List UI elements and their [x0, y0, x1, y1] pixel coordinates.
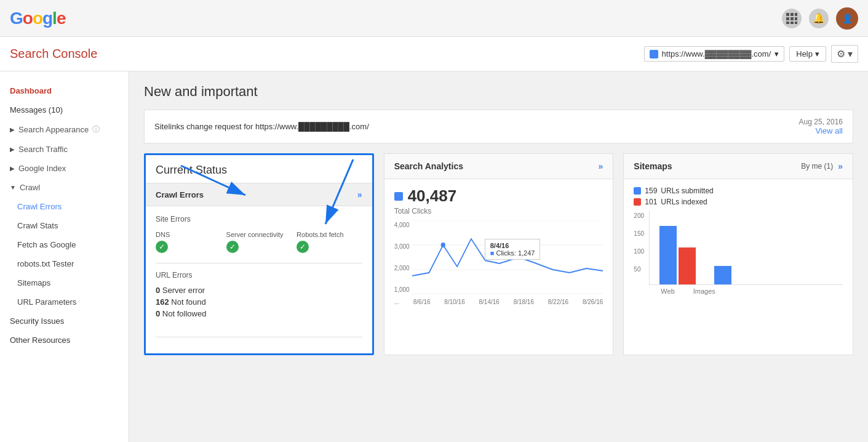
metric-dot	[394, 192, 403, 201]
site-errors-label: Site Errors	[156, 215, 362, 223]
svg-rect-6	[786, 22, 789, 24]
triangle-icon: ▶	[10, 165, 15, 172]
submitted-dot	[634, 187, 641, 195]
sitemaps-header-right: By me (1) »	[801, 161, 843, 171]
analytics-header: Search Analytics »	[384, 154, 613, 179]
sidebar-item-crawl-errors[interactable]: Crawl Errors	[0, 197, 129, 216]
sidebar-item-fetch-as-google[interactable]: Fetch as Google	[0, 235, 129, 254]
chart-svg-container: 8/4/16 ■ Clicks: 1,247	[412, 220, 603, 296]
crawl-errors-section: Crawl Errors » Site Errors DNS ✓	[146, 183, 372, 353]
svg-rect-3	[786, 17, 789, 20]
sidebar-label-sitemaps: Sitemaps	[17, 278, 50, 287]
sidebar-item-robots-tester[interactable]: robots.txt Tester	[0, 254, 129, 273]
sidebar-label-search-traffic: Search Traffic	[18, 145, 68, 154]
images-submitted-bar	[714, 266, 731, 284]
main-content: New and important Sitelinks change reque…	[129, 71, 868, 442]
notification-text: Sitelinks change request for https://www…	[154, 122, 369, 131]
sidebar-label-search-appearance: Search Appearance	[18, 125, 89, 134]
crawl-errors-expand[interactable]: »	[357, 190, 362, 199]
svg-rect-8	[795, 22, 797, 24]
submitted-legend: 159 URLs submitted	[634, 187, 843, 195]
svg-rect-7	[790, 22, 794, 24]
analytics-expand[interactable]: »	[599, 161, 603, 171]
tooltip-dot: ■	[490, 249, 495, 257]
current-status-title: Current Status	[146, 155, 372, 183]
svg-rect-4	[790, 17, 794, 20]
page-title: New and important	[144, 84, 853, 100]
web-bar-group	[650, 226, 696, 284]
clicks-label: Total Clicks	[394, 207, 603, 215]
help-chevron: ▾	[815, 49, 819, 58]
view-all-link[interactable]: View all	[799, 126, 843, 135]
sitemaps-chart-wrapper: 200 150 100 50	[634, 211, 843, 285]
bar-chart-area	[649, 211, 843, 285]
bottom-divider	[156, 337, 362, 337]
sidebar-item-google-index[interactable]: ▶ Google Index	[0, 159, 129, 178]
server-item: Server connectivity ✓	[226, 231, 292, 253]
crawl-errors-body: Site Errors DNS ✓ Server connectivity ✓	[146, 206, 372, 353]
gear-icon: ⚙	[837, 48, 845, 60]
url-selector[interactable]: https://www.▓▓▓▓▓▓▓▓.com/ ▾	[644, 46, 785, 62]
gear-chevron: ▾	[848, 48, 853, 60]
sidebar-item-crawl-stats[interactable]: Crawl Stats	[0, 216, 129, 235]
sidebar: Dashboard Messages (10) ▶ Search Appeara…	[0, 71, 129, 442]
gear-button[interactable]: ⚙ ▾	[831, 45, 858, 63]
notification-message: Sitelinks change request for https://www…	[154, 122, 369, 131]
cards-container: Current Status Crawl Errors » Site Error…	[144, 153, 853, 355]
notification-icon[interactable]: 🔔	[809, 9, 829, 28]
sidebar-item-security-issues[interactable]: Security Issues	[0, 311, 129, 331]
svg-rect-5	[795, 17, 797, 20]
sidebar-label-messages: Messages (10)	[10, 105, 63, 115]
sitemaps-card: Sitemaps By me (1) » 159 URLs submitted	[623, 153, 853, 355]
submitted-label: URLs submitted	[661, 187, 713, 195]
sc-header-right: https://www.▓▓▓▓▓▓▓▓.com/ ▾ Help ▾ ⚙ ▾	[644, 45, 858, 63]
server-check-icon: ✓	[226, 241, 239, 253]
sidebar-label-crawl-errors: Crawl Errors	[17, 202, 62, 211]
sidebar-label-crawl: Crawl	[20, 183, 40, 192]
crawl-errors-title: Crawl Errors	[156, 190, 204, 199]
avatar[interactable]: 👤	[836, 7, 858, 30]
svg-point-17	[440, 243, 445, 247]
indexed-legend: 101 URLs indexed	[634, 198, 843, 206]
sidebar-item-crawl[interactable]: ▼ Crawl	[0, 178, 129, 197]
analytics-metric: 40,487	[394, 187, 603, 206]
dns-check-icon: ✓	[156, 241, 168, 253]
bar-x-labels: Web Images	[651, 287, 843, 295]
sitemaps-by-me: By me (1)	[801, 162, 833, 171]
robots-item: Robots.txt fetch ✓	[297, 231, 362, 253]
sidebar-item-other-resources[interactable]: Other Resources	[0, 331, 129, 350]
crawl-errors-header: Crawl Errors »	[146, 183, 372, 206]
help-button[interactable]: Help ▾	[789, 46, 826, 62]
dns-item: DNS ✓	[156, 231, 221, 253]
cards-grid: Current Status Crawl Errors » Site Error…	[144, 153, 853, 355]
svg-rect-0	[786, 13, 789, 16]
web-submitted-bar	[659, 226, 677, 284]
errors-divider	[156, 263, 362, 263]
sitemaps-title: Sitemaps	[634, 161, 672, 171]
server-error-row: 0 Server error	[156, 286, 362, 295]
svg-rect-1	[790, 13, 794, 16]
sidebar-item-sitemaps[interactable]: Sitemaps	[0, 273, 129, 292]
not-found-count: 162	[156, 297, 169, 307]
sc-header: Search Console https://www.▓▓▓▓▓▓▓▓.com/…	[0, 37, 868, 71]
sitemaps-header: Sitemaps By me (1) »	[624, 154, 853, 179]
analytics-chart-area: 40,487 Total Clicks 4,000 3,000 2,000 1,…	[384, 179, 613, 313]
not-followed-row: 0 Not followed	[156, 309, 362, 318]
tooltip-date: 8/4/16	[490, 242, 509, 249]
sidebar-label-robots-tester: robots.txt Tester	[17, 259, 74, 268]
sidebar-item-url-parameters[interactable]: URL Parameters	[0, 292, 129, 311]
sidebar-item-search-appearance[interactable]: ▶ Search Appearance ⓘ	[0, 119, 129, 140]
total-clicks: 40,487	[408, 187, 457, 206]
robots-label: Robots.txt fetch	[297, 231, 362, 238]
url-display: https://www.▓▓▓▓▓▓▓▓.com/	[662, 49, 771, 58]
sidebar-item-dashboard[interactable]: Dashboard	[0, 81, 129, 100]
not-followed-count: 0	[156, 309, 160, 318]
indexed-dot	[634, 198, 641, 206]
grid-icon[interactable]	[782, 9, 802, 28]
sidebar-item-search-traffic[interactable]: ▶ Search Traffic	[0, 140, 129, 159]
sidebar-item-messages[interactable]: Messages (10)	[0, 100, 129, 119]
site-errors-grid: DNS ✓ Server connectivity ✓ Robots.txt f…	[156, 231, 362, 253]
sitemaps-expand[interactable]: »	[838, 161, 843, 171]
svg-rect-2	[795, 13, 797, 16]
top-bar-right: 🔔 👤	[782, 7, 858, 30]
